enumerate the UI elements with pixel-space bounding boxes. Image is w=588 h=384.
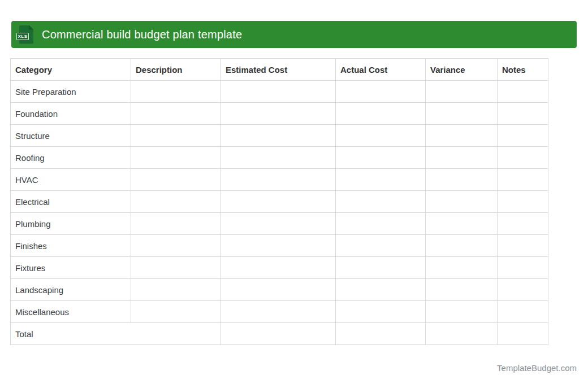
table-row: Landscaping (11, 279, 548, 301)
empty-cell (498, 257, 548, 279)
empty-cell (336, 191, 426, 213)
xls-file-icon: XLS (18, 25, 33, 44)
table-row: Structure (11, 125, 548, 147)
empty-cell (336, 125, 426, 147)
category-cell: Miscellaneous (11, 301, 131, 323)
empty-cell (498, 323, 548, 345)
table-row: HVAC (11, 169, 548, 191)
empty-cell (336, 81, 426, 103)
site-credit: TemplateBudget.com (497, 363, 577, 373)
table-row: Foundation (11, 103, 548, 125)
table-row: Miscellaneous (11, 301, 548, 323)
empty-cell (426, 279, 498, 301)
category-cell: HVAC (11, 169, 131, 191)
empty-cell (221, 301, 336, 323)
empty-cell (221, 257, 336, 279)
empty-cell (131, 235, 221, 257)
empty-cell (131, 301, 221, 323)
empty-cell (221, 103, 336, 125)
empty-cell (221, 279, 336, 301)
folded-corner (29, 25, 33, 30)
empty-cell (336, 301, 426, 323)
empty-cell (221, 191, 336, 213)
column-header-description: Description (131, 59, 221, 81)
empty-cell (498, 279, 548, 301)
category-cell: Roofing (11, 147, 131, 169)
category-cell: Site Preparation (11, 81, 131, 103)
empty-cell (498, 235, 548, 257)
empty-cell (221, 81, 336, 103)
empty-cell (336, 235, 426, 257)
empty-cell (131, 257, 221, 279)
empty-cell (426, 301, 498, 323)
empty-cell (336, 169, 426, 191)
category-cell: Plumbing (11, 213, 131, 235)
empty-cell (131, 213, 221, 235)
empty-cell (498, 125, 548, 147)
category-cell: Electrical (11, 191, 131, 213)
header-row: Category Description Estimated Cost Actu… (11, 59, 548, 81)
category-cell: Fixtures (11, 257, 131, 279)
empty-cell (498, 169, 548, 191)
empty-cell (426, 213, 498, 235)
column-header-actual-cost: Actual Cost (336, 59, 426, 81)
empty-cell (221, 323, 336, 345)
table-row: Fixtures (11, 257, 548, 279)
empty-cell (221, 235, 336, 257)
empty-cell (131, 81, 221, 103)
empty-cell (336, 323, 426, 345)
empty-cell (336, 257, 426, 279)
table-row: Electrical (11, 191, 548, 213)
empty-cell (131, 279, 221, 301)
column-header-variance: Variance (426, 59, 498, 81)
empty-cell (221, 125, 336, 147)
column-header-category: Category (11, 59, 131, 81)
empty-cell (498, 81, 548, 103)
empty-cell (426, 191, 498, 213)
empty-cell (131, 169, 221, 191)
total-row: Total (11, 323, 548, 345)
budget-table: Category Description Estimated Cost Actu… (10, 58, 548, 345)
page-title: Commercial build budget plan template (42, 28, 242, 41)
table-header: Category Description Estimated Cost Actu… (11, 59, 548, 81)
empty-cell (498, 213, 548, 235)
category-cell: Foundation (11, 103, 131, 125)
empty-cell (336, 147, 426, 169)
category-cell: Structure (11, 125, 131, 147)
column-header-notes: Notes (498, 59, 548, 81)
empty-cell (426, 323, 498, 345)
empty-cell (426, 81, 498, 103)
table-body: Site PreparationFoundationStructureRoofi… (11, 81, 548, 323)
empty-cell (221, 169, 336, 191)
category-cell: Landscaping (11, 279, 131, 301)
empty-cell (426, 103, 498, 125)
empty-cell (426, 169, 498, 191)
empty-cell (426, 235, 498, 257)
category-cell: Finishes (11, 235, 131, 257)
empty-cell (131, 147, 221, 169)
empty-cell (131, 191, 221, 213)
empty-cell (336, 213, 426, 235)
title-bar: XLS Commercial build budget plan templat… (11, 21, 577, 48)
empty-cell (498, 147, 548, 169)
empty-cell (221, 147, 336, 169)
empty-cell (336, 103, 426, 125)
table-row: Site Preparation (11, 81, 548, 103)
empty-cell (336, 279, 426, 301)
total-label-cell: Total (11, 323, 221, 345)
empty-cell (221, 213, 336, 235)
page: XLS Commercial build budget plan templat… (0, 0, 588, 384)
total-section: Total (11, 323, 548, 345)
empty-cell (498, 301, 548, 323)
empty-cell (426, 147, 498, 169)
column-header-estimated-cost: Estimated Cost (221, 59, 336, 81)
table-row: Plumbing (11, 213, 548, 235)
empty-cell (498, 191, 548, 213)
xls-badge: XLS (16, 33, 29, 40)
empty-cell (131, 103, 221, 125)
empty-cell (426, 125, 498, 147)
empty-cell (498, 103, 548, 125)
table-row: Finishes (11, 235, 548, 257)
table-row: Roofing (11, 147, 548, 169)
empty-cell (426, 257, 498, 279)
